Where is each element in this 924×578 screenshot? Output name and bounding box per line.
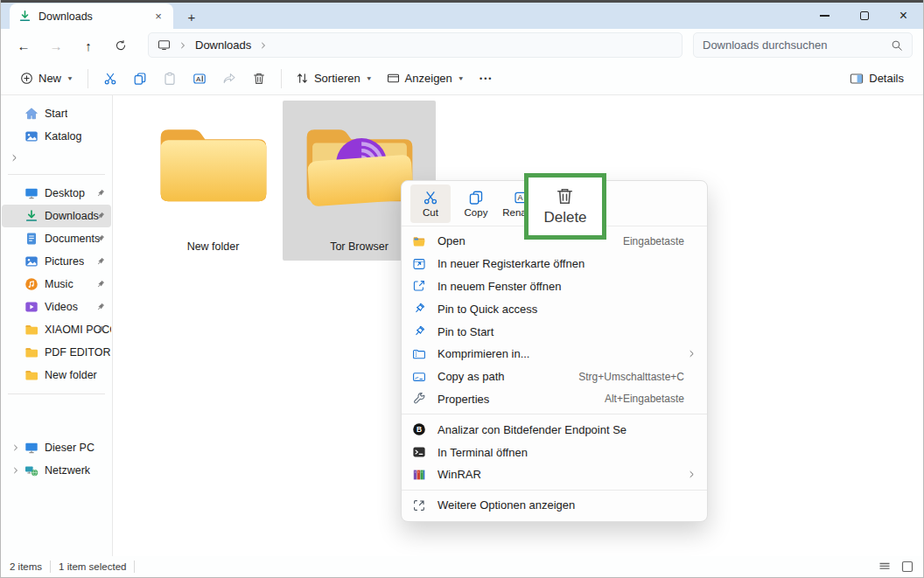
sidebar-divider [8, 174, 105, 175]
wrench-icon [412, 392, 426, 406]
sidebar-item-katalog[interactable]: Katalog [2, 125, 111, 148]
content-area: Start Katalog Desktop Downloads [1, 95, 923, 557]
menu-item-open-new-window[interactable]: In neuem Fenster öffnen [402, 275, 707, 298]
menu-item-pin-to-start[interactable]: Pin to Start [402, 320, 707, 343]
breadcrumb[interactable]: Downloads [195, 38, 251, 52]
context-copy-button[interactable]: Copy [456, 185, 496, 223]
sidebar-item-netzwerk[interactable]: Netzwerk [2, 459, 111, 482]
search-input[interactable] [703, 38, 891, 52]
copy-path-icon [412, 370, 426, 384]
pin-icon [95, 233, 106, 244]
folder-icon [24, 368, 38, 382]
menu-item-show-more-options[interactable]: Weitere Optionen anzeigen [402, 494, 707, 517]
breadcrumb-chevron-icon[interactable] [259, 41, 268, 50]
up-button[interactable]: ↑ [76, 33, 101, 58]
sidebar-item-documents[interactable]: Documents [2, 227, 111, 250]
menu-item-properties[interactable]: Properties Alt+Eingabetaste [402, 388, 707, 411]
cut-button[interactable] [95, 66, 125, 92]
sidebar-item-pictures[interactable]: Pictures [2, 250, 111, 273]
folder-icon [24, 345, 38, 359]
pin-icon [95, 256, 106, 267]
minimize-button[interactable] [805, 3, 844, 29]
address-bar[interactable]: Downloads [148, 32, 682, 58]
music-icon [24, 277, 38, 291]
home-icon [24, 107, 38, 121]
view-button[interactable]: Anzeigen ▼ [380, 66, 472, 92]
sidebar-item-dieser-pc[interactable]: Dieser PC [2, 436, 111, 459]
chevron-down-icon: ▼ [66, 75, 74, 81]
menu-item-winrar[interactable]: WinRAR [402, 463, 707, 486]
pin-icon [95, 302, 106, 312]
forward-button[interactable]: → [44, 33, 68, 58]
copy-button[interactable] [125, 66, 155, 92]
close-icon: × [900, 9, 907, 23]
sidebar-item-start[interactable]: Start [2, 102, 111, 125]
refresh-button[interactable] [108, 33, 133, 58]
submenu-chevron-icon [687, 470, 696, 479]
tab-close-icon[interactable]: × [150, 9, 166, 24]
new-tab-button[interactable]: + [182, 7, 201, 26]
context-delete-button[interactable]: Delete [543, 186, 586, 226]
sidebar-item-videos[interactable]: Videos [2, 296, 111, 318]
more-options-icon [412, 498, 426, 512]
sidebar-item-xiaomi-poco[interactable]: XIAOMI POCO F [2, 318, 111, 341]
chevron-right-icon[interactable] [7, 466, 24, 475]
file-explorer-window: Downloads × + × ← → ↑ Downloads [0, 0, 924, 578]
details-pane-button[interactable]: Details [843, 66, 911, 92]
sort-button[interactable]: Sortieren ▼ [289, 66, 380, 92]
chevron-right-icon[interactable] [7, 443, 24, 452]
gallery-icon [24, 129, 38, 143]
context-cut-button[interactable]: Cut [410, 185, 451, 223]
close-button[interactable]: × [884, 3, 923, 29]
sidebar-item-desktop[interactable]: Desktop [2, 182, 111, 205]
breadcrumb-chevron-icon [178, 41, 187, 50]
pc-icon [24, 441, 38, 455]
menu-item-open-terminal[interactable]: In Terminal öffnen [402, 441, 707, 463]
menu-item-copy-as-path[interactable]: Copy as path Strg+Umschalttaste+C [402, 366, 707, 388]
paste-icon [163, 72, 177, 86]
menu-item-open-new-tab[interactable]: In neuer Registerkarte öffnen [402, 253, 707, 275]
view-button-label: Anzeigen [405, 72, 452, 85]
sort-button-label: Sortieren [314, 72, 360, 85]
menu-item-pin-quick-access[interactable]: Pin to Quick access [402, 297, 707, 320]
zip-folder-icon [412, 347, 426, 361]
download-tab-icon [18, 10, 32, 23]
sidebar-item-pdf-editor[interactable]: PDF EDITOR [2, 341, 111, 364]
sidebar-item-music[interactable]: Music [2, 273, 111, 296]
menu-item-bitdefender-scan[interactable]: Analizar con Bitdefender Endpoint Se [402, 418, 707, 441]
menu-item-komprimieren[interactable]: Komprimieren in... [402, 343, 707, 366]
network-icon [24, 463, 38, 477]
window-top-edge [1, 0, 923, 3]
back-button[interactable]: ← [11, 33, 36, 58]
file-tile-new-folder[interactable]: New folder [136, 101, 290, 261]
titlebar: Downloads × + × [1, 0, 923, 29]
list-view-icon[interactable] [878, 560, 892, 574]
rename-button[interactable] [185, 66, 214, 92]
sidebar: Start Katalog Desktop Downloads [1, 95, 113, 557]
more-options-button[interactable]: ••• [472, 66, 501, 92]
sidebar-item-downloads[interactable]: Downloads [2, 205, 111, 227]
delete-button[interactable] [244, 66, 274, 92]
new-button[interactable]: New ▼ [13, 66, 80, 92]
submenu-chevron-icon [687, 349, 696, 359]
winrar-icon [412, 468, 426, 482]
minimize-icon [820, 15, 830, 16]
context-menu-items: Open Eingabetaste In neuer Registerkarte… [402, 226, 707, 517]
toolbar-divider [281, 69, 282, 88]
rename-icon [192, 72, 206, 86]
open-folder-icon [412, 234, 426, 248]
maximize-button[interactable] [844, 3, 884, 29]
navigation-bar: ← → ↑ Downloads [1, 29, 923, 62]
chevron-down-icon: ▼ [458, 75, 465, 81]
sidebar-item-new-folder[interactable]: New folder [2, 364, 111, 386]
status-view-toggles [878, 560, 914, 574]
pin-icon [95, 188, 106, 198]
paste-button[interactable] [155, 66, 185, 92]
ellipsis-icon: ••• [480, 74, 493, 83]
share-button[interactable] [214, 66, 244, 92]
tab-downloads[interactable]: Downloads × [10, 3, 173, 29]
status-divider [134, 561, 135, 573]
thumbnail-view-icon[interactable] [900, 560, 914, 574]
sidebar-expand-chevron[interactable] [1, 148, 112, 167]
new-button-label: New [38, 72, 61, 85]
